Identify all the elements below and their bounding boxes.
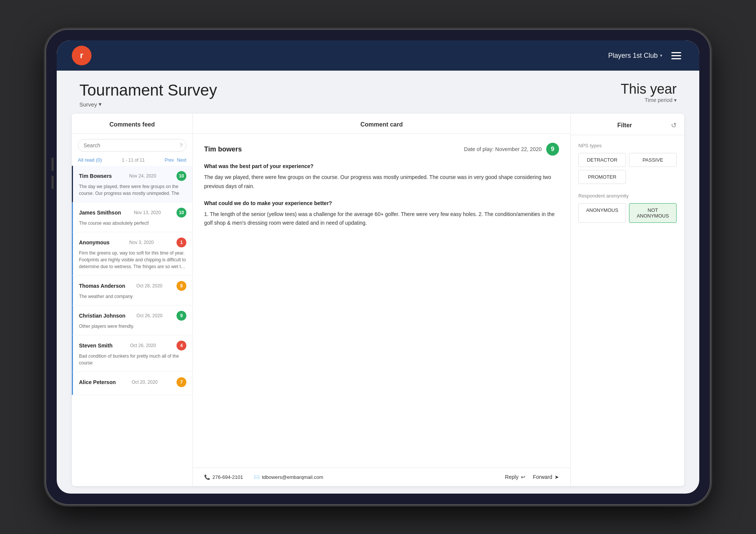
comment-author: Christian Johnson: [79, 313, 125, 319]
list-item[interactable]: Thomas Anderson Oct 28, 2020 8 The weath…: [72, 276, 192, 306]
anonymity-options-grid: ANONYMOUS NOT ANONYMOUS: [578, 203, 677, 223]
nps-options-grid: DETRACTOR PASSIVE PROMOTER: [578, 153, 677, 184]
search-icon[interactable]: ?: [180, 142, 183, 148]
list-item[interactable]: Tim Bowsers Nov 24, 2020 10 The day we p…: [72, 166, 192, 202]
comment-author: James Smithson: [79, 210, 121, 216]
search-input-wrap: ?: [78, 139, 186, 152]
time-period-sub-label: Time period: [645, 97, 672, 103]
logo-letter: r: [80, 51, 84, 60]
filter-option-passive[interactable]: PASSIVE: [629, 153, 677, 167]
search-input[interactable]: [78, 139, 186, 152]
filter-reset-button[interactable]: ↺: [671, 121, 677, 130]
comments-list: Tim Bowsers Nov 24, 2020 10 The day we p…: [72, 166, 192, 486]
reply-label: Reply: [505, 474, 519, 480]
comment-item-header: Thomas Anderson Oct 28, 2020 8: [79, 281, 186, 291]
list-item[interactable]: Christian Johnson Oct 26, 2020 9 Other p…: [72, 306, 192, 335]
list-item[interactable]: James Smithson Nov 13, 2020 10 The cours…: [72, 202, 192, 232]
comments-feed-title: Comments feed: [72, 114, 192, 134]
filter-option-anonymous[interactable]: ANONYMOUS: [578, 203, 626, 223]
survey-dropdown[interactable]: Survey ▾: [79, 101, 217, 108]
filter-option-detractor[interactable]: DETRACTOR: [578, 153, 626, 167]
page-title-group: Tournament Survey Survey ▾: [79, 81, 217, 108]
card-date-score: Date of play: November 22, 2020 9: [464, 143, 559, 156]
card-body: Tim bowers Date of play: November 22, 20…: [193, 134, 570, 468]
time-period-dropdown[interactable]: Time period ▾: [621, 97, 677, 103]
comment-date: Oct 28, 2020: [136, 283, 163, 289]
comment-item-header: Anonymous Nov 3, 2020 1: [79, 238, 186, 247]
nps-badge: 8: [177, 281, 186, 291]
filter-option-not-anonymous[interactable]: NOT ANONYMOUS: [629, 203, 677, 223]
question-2-label: What could we do to make your experience…: [204, 200, 559, 206]
comment-author: Tim Bowsers: [79, 173, 112, 179]
list-item[interactable]: Steven Smith Oct 26, 2020 4 Bad conditio…: [72, 335, 192, 372]
survey-dropdown-label: Survey: [79, 101, 97, 108]
comment-date: Nov 3, 2020: [129, 240, 154, 245]
reply-icon: ↩: [521, 474, 525, 480]
comment-item-header: Tim Bowsers Nov 24, 2020 10: [79, 171, 186, 181]
forward-button[interactable]: Forward ➤: [533, 474, 559, 480]
comment-item-header: Steven Smith Oct 26, 2020 4: [79, 341, 186, 350]
pagination-info: 1 - 11 of 11: [122, 157, 145, 163]
comment-preview: The weather and company: [79, 293, 186, 300]
nps-badge: 7: [177, 377, 186, 387]
list-item[interactable]: Alice Peterson Oct 20, 2020 7: [72, 372, 192, 395]
comment-preview: Bad condition of bunkers for pretty much…: [79, 353, 186, 366]
search-area: ?: [72, 134, 192, 155]
app-logo[interactable]: r: [72, 46, 91, 65]
answer-1-text: The day we played, there were few groups…: [204, 173, 559, 191]
volume-down-button[interactable]: [51, 176, 54, 189]
hamburger-line-3: [671, 58, 681, 59]
filter-option-promoter[interactable]: PROMOTER: [578, 170, 626, 184]
hamburger-line-1: [671, 52, 681, 53]
hamburger-menu[interactable]: [668, 49, 684, 62]
hamburger-line-2: [671, 55, 681, 56]
nps-section-title: NPS types: [578, 143, 677, 148]
feed-meta: All read (0) 1 - 11 of 11 Prev Next: [72, 155, 192, 166]
comment-item-header: Christian Johnson Oct 26, 2020 9: [79, 311, 186, 321]
club-name-dropdown[interactable]: Players 1st Club ▾: [608, 52, 662, 60]
allread-link[interactable]: All read (0): [78, 157, 102, 163]
device-screen: r Players 1st Club ▾ Tournament Survey S…: [57, 40, 699, 494]
time-period-chevron-icon: ▾: [674, 97, 677, 103]
card-header-row: Tim bowers Date of play: November 22, 20…: [204, 143, 559, 156]
page-title: Tournament Survey: [79, 81, 217, 99]
nps-badge: 10: [177, 208, 186, 218]
club-name-label: Players 1st Club: [608, 52, 658, 60]
next-button[interactable]: Next: [177, 157, 186, 163]
phone-number: 276-694-2101: [212, 474, 243, 480]
filter-title: Filter: [578, 122, 671, 129]
main-content: Comments feed ? All read (0) 1 - 11 of 1…: [72, 114, 684, 486]
forward-icon: ➤: [555, 474, 559, 480]
respondent-name: Tim bowers: [204, 145, 242, 153]
email-contact: ✉️ tdbowers@embarqmail.com: [254, 474, 323, 480]
comment-author: Steven Smith: [79, 343, 113, 349]
question-1-label: What was the best part of your experienc…: [204, 163, 559, 169]
list-item[interactable]: Anonymous Nov 3, 2020 1 Firm the greens …: [72, 232, 192, 276]
survey-chevron-icon: ▾: [99, 101, 102, 108]
device-frame: r Players 1st Club ▾ Tournament Survey S…: [45, 29, 711, 505]
forward-label: Forward: [533, 474, 552, 480]
side-buttons: [51, 157, 54, 189]
page-header: Tournament Survey Survey ▾ This year Tim…: [57, 71, 699, 114]
comment-item-header: Alice Peterson Oct 20, 2020 7: [79, 377, 186, 387]
card-nps-badge: 9: [546, 143, 559, 156]
comment-item-header: James Smithson Nov 13, 2020 10: [79, 208, 186, 218]
prev-button[interactable]: Prev: [165, 157, 174, 163]
comment-author: Thomas Anderson: [79, 283, 125, 289]
comment-date: Oct 26, 2020: [130, 343, 156, 348]
comment-preview: Firm the greens up, way too soft for thi…: [79, 250, 186, 270]
filter-body: NPS types DETRACTOR PASSIVE PROMOTER Res…: [571, 135, 684, 239]
comment-preview: The course was absolutely perfect!: [79, 220, 186, 227]
phone-icon: 📞: [204, 474, 210, 480]
reply-button[interactable]: Reply ↩: [505, 474, 525, 480]
card-date: Date of play: November 22, 2020: [464, 146, 542, 152]
comment-author: Alice Peterson: [79, 379, 116, 385]
time-period-label: This year: [621, 81, 677, 97]
comment-preview: Other players were friendly.: [79, 323, 186, 330]
volume-up-button[interactable]: [51, 157, 54, 171]
comment-date: Oct 26, 2020: [136, 313, 163, 318]
card-footer: 📞 276-694-2101 ✉️ tdbowers@embarqmail.co…: [193, 468, 570, 486]
phone-contact: 📞 276-694-2101: [204, 474, 243, 480]
email-address: tdbowers@embarqmail.com: [262, 474, 323, 480]
comment-date: Oct 20, 2020: [132, 380, 158, 385]
